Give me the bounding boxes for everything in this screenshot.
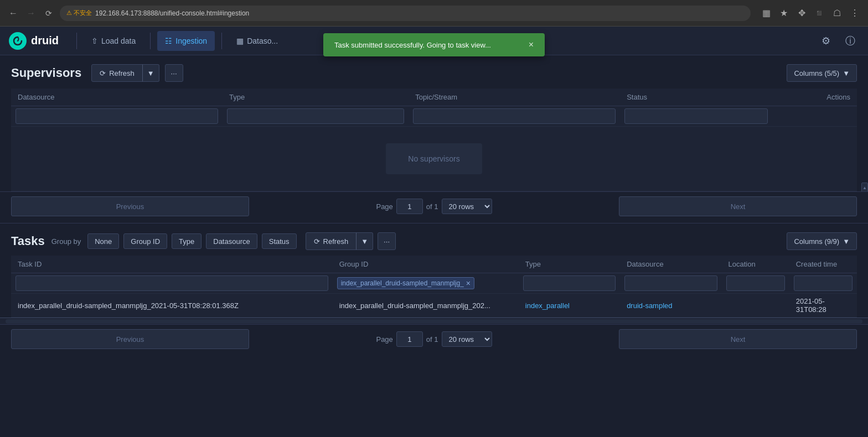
- supervisors-pagination: Previous Page of 1 20 rows 50 rows 100 r…: [0, 191, 868, 221]
- task-type-cell: index_parallel: [519, 294, 620, 318]
- supervisors-table-header-row: Datasource Type Topic/Stream Status Acti…: [11, 89, 857, 106]
- supervisors-next-button[interactable]: Next: [619, 196, 857, 216]
- tasks-previous-button[interactable]: Previous: [11, 329, 249, 349]
- of-label: of 1: [426, 202, 438, 211]
- tasks-header: Tasks Group by None Group ID Type Dataso…: [0, 226, 868, 256]
- scrollbar-track: [6, 319, 862, 324]
- nav-tab-ingestion[interactable]: ☷ Ingestion: [157, 31, 215, 51]
- tasks-columns-dropdown-icon: ▼: [843, 237, 850, 246]
- nav-separator-2: [150, 33, 151, 49]
- supervisors-header: Supervisors ⟳ Refresh ▼ ··· Columns (5/5…: [0, 55, 868, 89]
- tasks-refresh-label: Refresh: [323, 237, 349, 246]
- tasks-rows-select[interactable]: 20 rows 50 rows 100 rows: [442, 331, 492, 347]
- supervisors-no-data-row: No supervisors: [11, 127, 857, 191]
- supervisors-scrollbar[interactable]: ▲ ▼: [861, 183, 868, 191]
- col-header-created-time: Created time: [789, 256, 857, 273]
- tasks-columns-button[interactable]: Columns (9/9) ▼: [787, 232, 857, 250]
- group-btn-group-id[interactable]: Group ID: [123, 233, 167, 249]
- bookmark-icon[interactable]: ★: [777, 7, 790, 20]
- tasks-refresh-btn-group: ⟳ Refresh ▼: [306, 232, 373, 250]
- refresh-icon: ⟳: [100, 69, 106, 77]
- settings-button[interactable]: ⚙: [817, 32, 835, 50]
- tasks-filter-type[interactable]: [523, 275, 616, 291]
- tasks-refresh-dropdown[interactable]: ▼: [356, 232, 373, 250]
- nav-tab-load-data[interactable]: ⇧ Load data: [84, 31, 143, 51]
- task-type-link[interactable]: index_parallel: [525, 301, 570, 310]
- url-text: 192.168.64.173:8888/unified-console.html…: [95, 9, 249, 17]
- tasks-next-button[interactable]: Next: [619, 329, 857, 349]
- supervisors-page-info: Page of 1 20 rows 50 rows 100 rows: [249, 199, 619, 214]
- ingestion-label: Ingestion: [175, 37, 207, 45]
- toast-container: Task submitted successfully. Going to ta…: [323, 33, 545, 56]
- supervisors-columns-button[interactable]: Columns (5/5) ▼: [787, 64, 857, 82]
- browser-chrome: ← → ⟳ ⚠ 不安全 192.168.64.173:8888/unified-…: [0, 0, 868, 27]
- profile-icon[interactable]: ☖: [830, 7, 844, 20]
- tasks-more-button[interactable]: ···: [378, 232, 396, 250]
- tasks-refresh-icon: ⟳: [314, 237, 320, 246]
- task-row-0[interactable]: index_parallel_druid-sampled_manmpljg_20…: [11, 294, 857, 318]
- col-header-location: Location: [722, 256, 789, 273]
- supervisors-page-input[interactable]: [396, 199, 423, 214]
- page-label: Page: [376, 202, 392, 211]
- address-bar[interactable]: ⚠ 不安全 192.168.64.173:8888/unified-consol…: [60, 6, 751, 21]
- supervisors-filter-row: [11, 106, 857, 127]
- supervisors-rows-select[interactable]: 20 rows 50 rows 100 rows: [442, 199, 492, 214]
- group-btn-status[interactable]: Status: [262, 233, 297, 249]
- supervisors-more-button[interactable]: ···: [165, 64, 183, 82]
- extensions-icon[interactable]: ✥: [795, 7, 808, 20]
- col-header-task-id: Task ID: [11, 256, 333, 273]
- menu-icon[interactable]: ⋮: [848, 7, 861, 20]
- app-title: druid: [31, 34, 59, 47]
- supervisors-refresh-dropdown[interactable]: ▼: [142, 64, 159, 82]
- reload-button[interactable]: ⟳: [42, 7, 55, 20]
- tasks-refresh-button[interactable]: ⟳ Refresh: [306, 232, 357, 250]
- tasks-filter-task-id[interactable]: [16, 275, 328, 291]
- tasks-filter-created-time[interactable]: [794, 275, 852, 291]
- tasks-table-header-row: Task ID Group ID Type Datasource Locatio…: [11, 256, 857, 273]
- puzzle-icon[interactable]: ◾: [813, 7, 826, 20]
- screenshot-icon[interactable]: ▦: [760, 7, 773, 20]
- supervisors-filter-status[interactable]: [624, 108, 768, 124]
- supervisors-filter-datasource[interactable]: [16, 108, 218, 124]
- task-group-id-cell: index_parallel_druid-sampled_manmpljg_20…: [333, 294, 519, 318]
- toast-close-button[interactable]: ×: [529, 40, 534, 50]
- col-header-datasource: Datasource: [620, 256, 721, 273]
- supervisors-filter-topic[interactable]: [413, 108, 616, 124]
- datasources-icon: ▦: [236, 37, 244, 45]
- refresh-btn-group: ⟳ Refresh ▼: [91, 64, 159, 82]
- nav-tab-datasources[interactable]: ▦ Dataso...: [229, 31, 286, 51]
- toast-notification: Task submitted successfully. Going to ta…: [323, 33, 545, 56]
- druid-logo: druid: [9, 32, 59, 50]
- columns-label: Columns (5/5): [794, 69, 839, 77]
- tasks-table-container: Task ID Group ID Type Datasource Locatio…: [0, 256, 868, 318]
- tasks-of-label: of 1: [426, 335, 438, 344]
- help-button[interactable]: ⓘ: [841, 32, 859, 50]
- supervisors-table-container: Datasource Type Topic/Stream Status Acti…: [0, 89, 868, 191]
- header-right: ⚙ ⓘ: [817, 32, 859, 50]
- group-id-filter-tag: index_parallel_druid-sampled_manmpljg_ ×: [337, 277, 474, 289]
- ingestion-icon: ☷: [165, 37, 172, 45]
- tasks-page-input[interactable]: [396, 331, 423, 347]
- back-button[interactable]: ←: [7, 7, 20, 20]
- tasks-filter-datasource[interactable]: [624, 275, 717, 291]
- tasks-filter-location[interactable]: [726, 275, 785, 291]
- group-btn-datasource[interactable]: Datasource: [206, 233, 257, 249]
- scroll-up-button[interactable]: ▲: [862, 183, 867, 191]
- tasks-page-label: Page: [376, 335, 392, 344]
- group-btn-type[interactable]: Type: [172, 233, 202, 249]
- load-data-label: Load data: [101, 37, 136, 45]
- load-data-icon: ⇧: [91, 37, 98, 45]
- group-btn-none[interactable]: None: [87, 233, 119, 249]
- supervisors-refresh-button[interactable]: ⟳ Refresh: [91, 64, 143, 82]
- col-header-datasource: Datasource: [11, 89, 223, 106]
- forward-button[interactable]: →: [24, 7, 38, 20]
- task-datasource-link[interactable]: druid-sampled: [627, 301, 672, 310]
- tasks-title: Tasks: [11, 234, 45, 248]
- task-location-cell: [722, 294, 789, 318]
- horizontal-scrollbar[interactable]: [0, 318, 868, 324]
- supervisors-previous-button[interactable]: Previous: [11, 196, 249, 216]
- group-id-filter-close[interactable]: ×: [466, 279, 471, 288]
- tasks-columns-label: Columns (9/9): [794, 237, 839, 246]
- section-divider: [0, 223, 868, 223]
- supervisors-filter-type[interactable]: [227, 108, 404, 124]
